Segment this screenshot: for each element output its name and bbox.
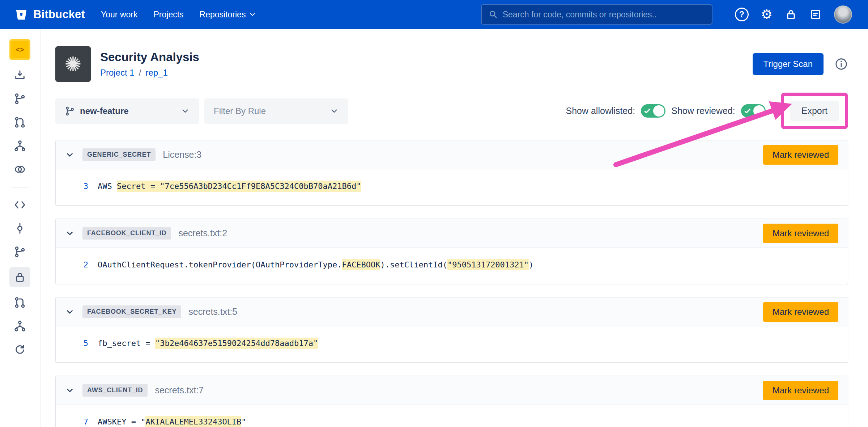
check-icon: [644, 107, 651, 115]
finding-header[interactable]: AWS_CLIENT_ID secrets.txt:7 Mark reviewe…: [56, 376, 848, 405]
line-number: 3: [65, 182, 88, 191]
finding-location: secrets.txt:2: [178, 228, 227, 238]
mark-reviewed-button[interactable]: Mark reviewed: [763, 381, 838, 400]
mark-reviewed-button[interactable]: Mark reviewed: [763, 145, 838, 165]
finding-card: FACEBOOK_SECRET_KEY secrets.txt:5 Mark r…: [55, 297, 848, 363]
code-line: fb_secret = "3b2e464637e5159024254dd78aa…: [98, 339, 318, 348]
pull-request-icon: [14, 116, 26, 128]
top-nav: Bitbucket Your work Projects Repositorie…: [0, 0, 868, 29]
rule-filter-dropdown[interactable]: Filter By Rule: [204, 98, 348, 124]
finding-body: 7 AWSKEY = "AKIALALEMEL33243OLIB": [56, 405, 848, 427]
sidebar-item-compare[interactable]: [9, 161, 30, 178]
breadcrumb-repo-link[interactable]: rep_1: [145, 68, 167, 78]
left-sidebar: <>: [0, 29, 41, 427]
finding-body: 2 OAuthClientRequest.tokenProvider(OAuth…: [56, 248, 848, 284]
brand-name: Bitbucket: [33, 8, 85, 21]
trigger-scan-button[interactable]: Trigger Scan: [753, 53, 824, 75]
code-line: AWS Secret = "7ce556A3bD234Cc1Ff9E8A5C32…: [98, 182, 361, 191]
breadcrumb-separator: /: [139, 68, 141, 78]
chevron-down-icon[interactable]: [65, 150, 75, 160]
finding-header[interactable]: FACEBOOK_SECRET_KEY secrets.txt:5 Mark r…: [56, 297, 848, 326]
chevron-down-icon[interactable]: [65, 386, 75, 395]
mark-reviewed-button[interactable]: Mark reviewed: [763, 302, 838, 322]
sidebar-item-branch[interactable]: [9, 90, 30, 107]
info-icon[interactable]: [834, 57, 848, 71]
project-avatar: ✺: [55, 46, 91, 82]
commit-icon: [14, 222, 26, 234]
sidebar-item-source[interactable]: [9, 196, 30, 213]
code-line: OAuthClientRequest.tokenProvider(OAuthPr…: [98, 260, 533, 269]
finding-card: FACEBOOK_CLIENT_ID secrets.txt:2 Mark re…: [55, 219, 848, 284]
page-title: Security Analysis: [100, 50, 199, 64]
show-reviewed-toggle[interactable]: [741, 104, 766, 118]
bitbucket-logo[interactable]: Bitbucket: [14, 8, 85, 21]
show-reviewed-label: Show reviewed:: [671, 106, 735, 116]
show-allowlisted-label: Show allowlisted:: [566, 106, 635, 116]
main-content: ✺ Security Analysis Project 1 / rep_1 Tr…: [41, 29, 868, 427]
global-search[interactable]: [481, 4, 712, 25]
toggle-knob: [753, 105, 765, 117]
feedback-icon[interactable]: [809, 8, 822, 21]
export-button[interactable]: Export: [790, 101, 839, 121]
lock-icon[interactable]: [785, 8, 797, 21]
search-icon: [488, 9, 498, 20]
chevron-down-icon: [180, 106, 190, 116]
sidebar-item-commits[interactable]: [9, 220, 30, 237]
finding-header[interactable]: FACEBOOK_CLIENT_ID secrets.txt:2 Mark re…: [56, 219, 848, 248]
sidebar-item-branches[interactable]: [9, 244, 30, 260]
repo-avatar[interactable]: <>: [9, 39, 30, 60]
toggle-knob: [653, 105, 664, 117]
chevron-down-icon[interactable]: [65, 229, 75, 238]
branch-icon: [14, 93, 26, 105]
rule-badge: FACEBOOK_CLIENT_ID: [82, 227, 171, 240]
bitbucket-bucket-icon: [14, 8, 28, 21]
sidebar-item-clone[interactable]: [9, 67, 30, 84]
branch-icon: [65, 106, 75, 116]
mark-reviewed-button[interactable]: Mark reviewed: [763, 224, 838, 243]
pull-request-icon: [14, 296, 26, 309]
help-icon[interactable]: ?: [735, 8, 749, 21]
finding-body: 3 AWS Secret = "7ce556A3bD234Cc1Ff9E8A5C…: [56, 169, 848, 205]
findings-list: GENERIC_SECRET License:3 Mark reviewed 3…: [55, 140, 848, 427]
search-input[interactable]: [503, 10, 705, 20]
line-number: 2: [65, 260, 88, 269]
sidebar-item-pull-requests[interactable]: [9, 114, 30, 131]
sidebar-item-pipelines[interactable]: [9, 138, 30, 154]
nav-item-projects[interactable]: Projects: [153, 10, 183, 20]
branch-dropdown-value: new-feature: [80, 106, 175, 116]
chevron-down-icon: [248, 10, 256, 18]
finding-header[interactable]: GENERIC_SECRET License:3 Mark reviewed: [56, 140, 848, 169]
finding-card: GENERIC_SECRET License:3 Mark reviewed 3…: [55, 140, 848, 206]
nav-item-your-work[interactable]: Your work: [101, 10, 137, 20]
rule-badge: FACEBOOK_SECRET_KEY: [82, 305, 181, 318]
pipelines-fork-icon: [14, 140, 26, 152]
breadcrumb-project-link[interactable]: Project 1: [100, 68, 135, 78]
sidebar-item-sync[interactable]: [9, 341, 30, 358]
security-lock-icon: [14, 271, 26, 283]
refresh-icon: [14, 343, 26, 356]
annotation-highlight-box: Export: [781, 93, 848, 129]
clone-download-icon: [14, 69, 26, 81]
finding-body: 5 fb_secret = "3b2e464637e5159024254dd78…: [56, 326, 848, 362]
finding-card: AWS_CLIENT_ID secrets.txt:7 Mark reviewe…: [55, 376, 848, 427]
sidebar-divider: [11, 187, 29, 187]
branch-dropdown[interactable]: new-feature: [55, 98, 199, 124]
sidebar-item-pull-requests-2[interactable]: [9, 294, 30, 311]
show-allowlisted-toggle[interactable]: [641, 104, 665, 118]
chevron-down-icon: [329, 106, 339, 116]
rule-filter-value: Filter By Rule: [214, 106, 324, 116]
filter-bar: new-feature Filter By Rule Show allowlis…: [55, 93, 848, 129]
code-line: AWSKEY = "AKIALALEMEL33243OLIB": [98, 417, 246, 426]
user-avatar[interactable]: [834, 5, 852, 24]
nav-item-repositories[interactable]: Repositories: [200, 10, 257, 20]
breadcrumb: Project 1 / rep_1: [100, 68, 199, 78]
compare-circles-icon: [14, 163, 26, 176]
gear-icon[interactable]: ⚙: [761, 8, 773, 21]
sidebar-item-security[interactable]: [9, 267, 30, 287]
sidebar-item-forks[interactable]: [9, 318, 30, 334]
rule-badge: GENERIC_SECRET: [82, 148, 156, 161]
check-icon: [744, 107, 751, 115]
line-number: 7: [65, 417, 88, 426]
finding-location: secrets.txt:7: [155, 385, 204, 396]
chevron-down-icon[interactable]: [65, 307, 75, 317]
